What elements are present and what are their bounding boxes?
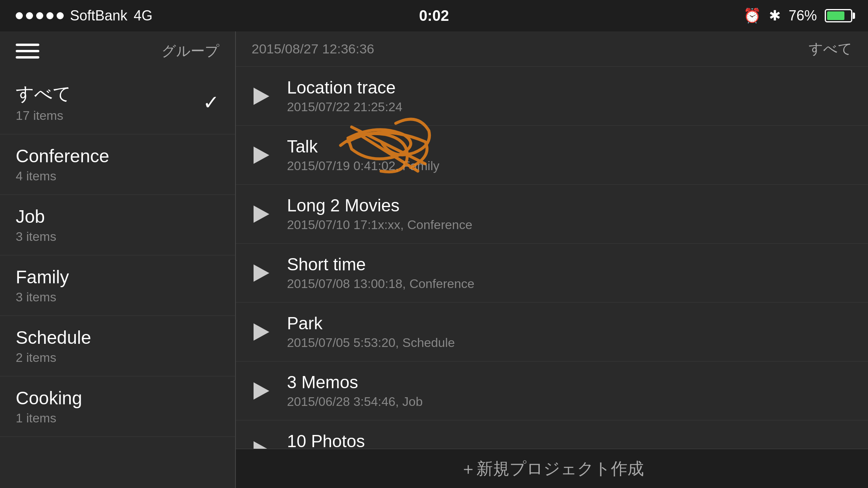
recording-info-3-memos: 3 Memos 2015/06/28 3:54:46, Job <box>287 372 423 409</box>
signal-dot-5 <box>57 12 64 19</box>
play-icon <box>254 147 269 164</box>
sidebar-item-all-count: 17 items <box>16 108 71 123</box>
recording-list: Location trace 2015/07/22 21:25:24 Talk … <box>236 67 868 449</box>
recording-meta: 2015/07/19 0:41:02, Family <box>287 159 440 173</box>
content-area: グループ すべて 17 items ✓ Conference 4 items <box>0 31 868 488</box>
new-project-button[interactable]: ＋新規プロジェクト作成 <box>460 458 644 480</box>
sidebar-item-conference-name: Conference <box>16 145 109 167</box>
battery-icon <box>825 9 852 22</box>
recording-info-location-trace: Location trace 2015/07/22 21:25:24 <box>287 78 403 114</box>
hamburger-line-3 <box>16 56 39 59</box>
play-button-short-time[interactable] <box>252 263 271 283</box>
play-button-10-photos[interactable] <box>252 440 271 449</box>
recording-item-talk[interactable]: Talk 2015/07/19 0:41:02, Family <box>236 126 868 185</box>
signal-dot-4 <box>46 12 53 19</box>
recording-title: Park <box>287 314 455 333</box>
recording-meta: 2015/07/05 5:53:20, Schedule <box>287 336 455 350</box>
bottom-bar: ＋新規プロジェクト作成 <box>236 449 868 488</box>
recording-item-10-photos[interactable]: 10 Photos 2015/06/28 3:47:15, Family <box>236 420 868 449</box>
sidebar-item-conference[interactable]: Conference 4 items <box>0 134 235 195</box>
play-icon <box>254 264 269 282</box>
signal-dots <box>16 12 64 19</box>
recording-item-park[interactable]: Park 2015/07/05 5:53:20, Schedule <box>236 303 868 361</box>
recording-item-long-2-movies[interactable]: Long 2 Movies 2015/07/10 17:1x:xx, Confe… <box>236 185 868 244</box>
signal-dot-3 <box>36 12 43 19</box>
recording-title: Short time <box>287 255 474 274</box>
sidebar-list: すべて 17 items ✓ Conference 4 items Job 3 … <box>0 71 235 488</box>
recording-title: Long 2 Movies <box>287 196 472 215</box>
top-partial-item: 2015/08/27 12:36:36 すべて <box>236 31 868 67</box>
recording-meta: 2015/07/22 21:25:24 <box>287 100 403 114</box>
sidebar-item-job-count: 3 items <box>16 229 56 244</box>
sidebar-item-conference-text: Conference 4 items <box>16 145 109 183</box>
sidebar-item-schedule-text: Schedule 2 items <box>16 327 91 365</box>
battery-container <box>825 9 852 22</box>
sidebar-item-schedule-name: Schedule <box>16 327 91 348</box>
play-button-location-trace[interactable] <box>252 86 271 106</box>
recording-item-short-time[interactable]: Short time 2015/07/08 13:00:18, Conferen… <box>236 244 868 303</box>
sidebar-item-cooking[interactable]: Cooking 1 items <box>0 376 235 437</box>
sidebar-item-cooking-name: Cooking <box>16 387 82 409</box>
recording-meta: 2015/06/28 3:54:46, Job <box>287 394 423 409</box>
recording-title: 3 Memos <box>287 372 423 392</box>
recording-info-talk: Talk 2015/07/19 0:41:02, Family <box>287 137 440 173</box>
carrier-label: SoftBank <box>70 7 127 24</box>
play-button-talk[interactable] <box>252 145 271 165</box>
recording-title: 10 Photos <box>287 431 440 449</box>
battery-percent: 76% <box>789 7 817 24</box>
sidebar-item-family-text: Family 3 items <box>16 266 69 305</box>
sidebar-item-conference-count: 4 items <box>16 169 109 183</box>
play-button-park[interactable] <box>252 322 271 342</box>
play-icon <box>254 88 269 105</box>
recording-info-park: Park 2015/07/05 5:53:20, Schedule <box>287 314 455 350</box>
recording-info-long-2-movies: Long 2 Movies 2015/07/10 17:1x:xx, Confe… <box>287 196 472 232</box>
sidebar-item-family-count: 3 items <box>16 290 69 305</box>
hamburger-line-1 <box>16 44 39 46</box>
sidebar: グループ すべて 17 items ✓ Conference 4 items <box>0 31 236 488</box>
play-icon <box>254 441 269 449</box>
sidebar-item-schedule-count: 2 items <box>16 350 91 365</box>
signal-dot-2 <box>26 12 33 19</box>
hamburger-button[interactable] <box>16 44 39 59</box>
signal-dot-1 <box>16 12 23 19</box>
play-button-long-2-movies[interactable] <box>252 204 271 224</box>
hamburger-line-2 <box>16 50 39 52</box>
all-filter-button[interactable]: すべて <box>809 39 852 59</box>
sidebar-item-all-name: すべて <box>16 82 71 106</box>
recording-item-3-memos[interactable]: 3 Memos 2015/06/28 3:54:46, Job <box>236 361 868 420</box>
network-label: 4G <box>134 7 153 24</box>
play-icon <box>254 205 269 223</box>
sidebar-item-job[interactable]: Job 3 items <box>0 195 235 255</box>
sidebar-item-all-text: すべて 17 items <box>16 82 71 123</box>
group-label: グループ <box>162 42 219 61</box>
right-panel: 2015/08/27 12:36:36 すべて Location trace 2… <box>236 31 868 488</box>
recording-info-short-time: Short time 2015/07/08 13:00:18, Conferen… <box>287 255 474 291</box>
sidebar-item-family[interactable]: Family 3 items <box>0 255 235 316</box>
play-icon <box>254 382 269 400</box>
status-right: ⏰ ✱ 76% <box>743 7 852 24</box>
top-partial-date: 2015/08/27 12:36:36 <box>252 41 374 57</box>
recording-meta: 2015/07/08 13:00:18, Conference <box>287 277 474 291</box>
checkmark-icon: ✓ <box>203 91 219 114</box>
status-bar: SoftBank 4G 0:02 ⏰ ✱ 76% <box>0 0 868 31</box>
recording-info-10-photos: 10 Photos 2015/06/28 3:47:15, Family <box>287 431 440 449</box>
status-left: SoftBank 4G <box>16 7 153 24</box>
battery-fill <box>827 11 844 20</box>
bluetooth-icon: ✱ <box>769 7 781 24</box>
sidebar-item-cooking-count: 1 items <box>16 411 82 426</box>
recording-title: Location trace <box>287 78 403 97</box>
sidebar-item-schedule[interactable]: Schedule 2 items <box>0 316 235 376</box>
recording-item-location-trace[interactable]: Location trace 2015/07/22 21:25:24 <box>236 67 868 126</box>
play-icon <box>254 323 269 341</box>
time-display: 0:02 <box>419 7 449 24</box>
sidebar-item-job-text: Job 3 items <box>16 206 56 244</box>
sidebar-item-cooking-text: Cooking 1 items <box>16 387 82 426</box>
recording-title: Talk <box>287 137 440 156</box>
sidebar-item-job-name: Job <box>16 206 56 227</box>
play-button-3-memos[interactable] <box>252 381 271 401</box>
sidebar-item-family-name: Family <box>16 266 69 288</box>
alarm-icon: ⏰ <box>743 7 761 24</box>
recording-meta: 2015/07/10 17:1x:xx, Conference <box>287 218 472 232</box>
sidebar-header: グループ <box>0 31 235 71</box>
sidebar-item-all[interactable]: すべて 17 items ✓ <box>0 71 235 134</box>
